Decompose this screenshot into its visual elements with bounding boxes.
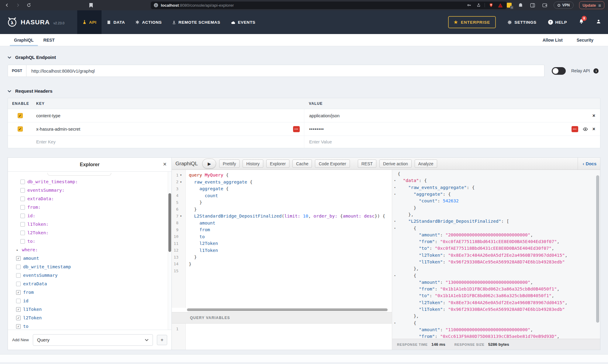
fold-icon[interactable]: ▾ [392,274,398,277]
prettify-button[interactable]: Prettify [219,160,240,168]
user-profile-button[interactable] [596,19,601,26]
argument-checkbox[interactable] [20,222,25,227]
remove-header-icon[interactable]: × [592,113,595,118]
browser-back-icon[interactable] [4,2,10,9]
allow-list-link[interactable]: Allow List [543,38,563,43]
derive-action-button[interactable]: Derive action [379,160,412,168]
fold-icon[interactable]: ▾ [392,193,398,196]
argument-checkbox[interactable] [20,239,25,244]
fold-icon[interactable]: ▾ [392,186,398,189]
browser-forward-icon[interactable] [15,2,21,9]
hasura-logo[interactable]: λ HASURA v2.23.0 [7,17,64,28]
security-link[interactable]: Security [577,38,593,43]
close-icon[interactable]: × [163,161,167,168]
relay-api-toggle[interactable] [552,67,566,75]
fold-icon[interactable]: ▾ [392,321,398,325]
argument-checkbox[interactable] [20,231,25,235]
response-token: }, [398,266,419,271]
browser-reload-icon[interactable] [26,2,32,9]
field-checkbox[interactable]: ✓ [16,324,21,329]
rest-button[interactable]: REST [358,160,376,168]
docs-link[interactable]: ‹Docs [583,161,596,166]
site-info-icon[interactable]: i [154,3,158,7]
fold-icon[interactable]: ▾ [178,215,183,218]
password-manager-icon[interactable]: ••• [293,126,300,132]
browser-update-button[interactable]: Update ≡ [579,1,604,9]
response-viewer[interactable]: {▾ "data": {▾ "raw_events_aggregate": {▾… [392,170,600,339]
field-checkbox[interactable]: ✓ [16,290,21,295]
graphql-endpoint-input[interactable]: http://localhost:8080/v1/graphql [26,65,544,77]
sidebar-icon[interactable] [529,2,536,9]
nav-item-api[interactable]: API [77,10,102,34]
argument-checkbox[interactable] [20,197,25,201]
enable-checkbox[interactable]: ✓ [18,126,23,132]
nav-item-actions[interactable]: ACTIONS [130,10,167,34]
operation-type-select[interactable]: Query [33,334,153,346]
cache-button[interactable]: Cache [292,160,312,168]
info-icon[interactable]: i [593,68,599,74]
analyze-button[interactable]: Analyze [415,160,437,168]
header-key-input[interactable]: content-type [36,113,60,118]
key-placeholder-input[interactable]: Enter Key [36,139,56,144]
fold-icon[interactable]: ▾ [392,220,398,223]
url-bar[interactable]: i localhost:8080/console/api/api-explore… [151,2,507,9]
help-button[interactable]: ? HELP [548,20,567,25]
nav-item-data[interactable]: DATA [102,10,130,34]
field-checkbox[interactable]: ✓ [16,307,21,312]
tab-rest[interactable]: REST [39,34,60,46]
nav-item-events[interactable]: EVENTS [226,10,261,34]
wallet-icon[interactable] [541,2,548,9]
scrollbar-thumb[interactable] [596,175,599,323]
field-checkbox[interactable] [16,273,21,278]
query-variables-header[interactable]: QUERY VARIABLES [172,312,392,324]
vpn-button[interactable]: VPN [554,2,574,9]
fold-icon[interactable]: ▾ [178,173,183,177]
field-checkbox[interactable] [16,282,21,286]
code-exporter-button[interactable]: Code Exporter [315,160,350,168]
enterprise-button[interactable]: ★ ENTERPRISE [448,16,496,28]
fold-icon[interactable]: ▾ [392,179,398,182]
field-checkbox[interactable]: ✓ [16,316,21,320]
endpoint-section-header[interactable]: GraphQL Endpoint [8,55,600,60]
key-icon[interactable] [466,2,472,9]
password-manager-icon[interactable]: ••• [572,126,578,132]
header-value-input[interactable]: application/json [309,113,340,118]
add-operation-button[interactable]: + [157,335,167,345]
header-key-input[interactable]: x-hasura-admin-secret [36,127,80,132]
eye-icon[interactable] [583,127,588,131]
history-button[interactable]: History [243,160,263,168]
field-checkbox[interactable] [16,299,21,303]
brave-shield-icon[interactable] [488,2,494,9]
query-editor[interactable]: 1▾2▾34567▾89101112131415 query MyQuery {… [172,170,392,308]
field-checkbox[interactable]: ✓ [16,256,21,261]
tab-graphiql[interactable]: GraphiQL [9,34,39,46]
argument-checkbox[interactable] [20,205,25,210]
execute-query-button[interactable]: ▶ [202,159,216,169]
argument-checkbox[interactable] [20,180,25,184]
value-placeholder-input[interactable]: Enter Value [309,139,332,144]
explorer-button[interactable]: Explorer [266,160,289,168]
variables-input[interactable] [186,324,392,350]
notes-extension-icon[interactable]: 1 [507,3,512,8]
field-checkbox[interactable] [16,265,21,269]
argument-checkbox[interactable] [20,188,25,193]
fold-icon[interactable]: ▾ [178,180,183,184]
remove-header-icon[interactable]: × [592,127,595,132]
headers-section-header[interactable]: Request Headers [8,88,600,94]
settings-button[interactable]: SETTINGS [507,20,536,25]
header-value-input[interactable]: •••••••• [309,127,324,132]
nav-item-remote-schemas[interactable]: REMOTE SCHEMAS [167,10,225,34]
scrollbar-thumb[interactable] [187,308,388,311]
notifications-button[interactable]: 8 [579,19,584,26]
share-icon[interactable] [475,2,482,9]
argument-checkbox[interactable] [20,214,25,218]
scrollbar-thumb[interactable] [168,193,171,252]
explorer-field-list[interactable]: db_write_timestamp:eventsSummary:extraDa… [8,172,171,330]
enable-checkbox[interactable]: ✓ [18,113,23,118]
warning-triangle-icon[interactable] [497,2,504,9]
fold-icon[interactable]: ▾ [392,227,398,230]
bookmark-icon[interactable] [88,2,94,9]
extension-ghost-icon[interactable] [517,2,524,9]
explorer-where-node[interactable]: ▸where: [8,246,171,254]
editor-code[interactable]: query MyQuery { raw_events_aggregate { a… [186,170,392,308]
